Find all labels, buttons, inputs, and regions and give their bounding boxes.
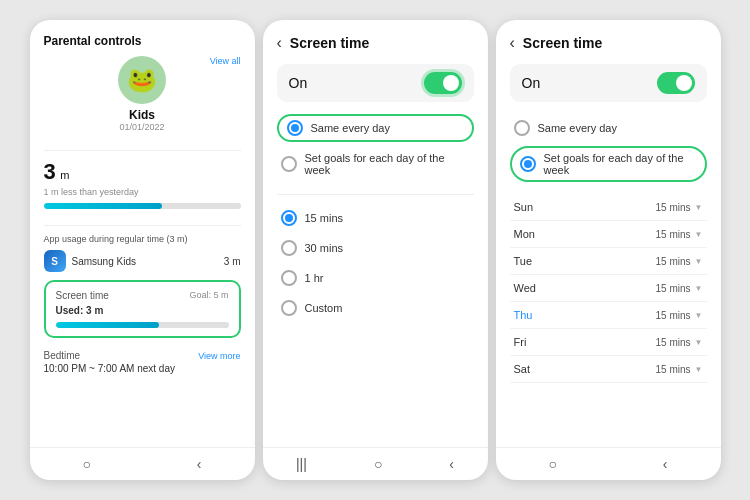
p3-toggle-knob: [676, 75, 692, 91]
progress-bar-fill: [44, 203, 162, 209]
day-thu-time: 15 mins ▼: [656, 310, 703, 321]
time-section: 3 m 1 m less than yesterday: [44, 159, 241, 209]
p2-divider: [277, 194, 474, 195]
time-unit: m: [60, 169, 69, 181]
same-every-day-label: Same every day: [311, 122, 390, 134]
p2-screen-time-title: Screen time: [290, 35, 369, 51]
same-radio-btn: [287, 120, 303, 136]
p3-nav-home[interactable]: ○: [548, 456, 556, 472]
screen-time-box: Screen time Goal: 5 m Used: 3 m: [44, 280, 241, 338]
chevron-down-icon: ▼: [695, 203, 703, 212]
set-goals-option[interactable]: Set goals for each day of the week: [277, 146, 474, 182]
day-row-tue[interactable]: Tue 15 mins ▼: [510, 248, 707, 275]
chevron-down-icon: ▼: [695, 257, 703, 266]
avatar: 🐸: [118, 56, 166, 104]
phones-container: Parental controls View all 🐸 Kids 01/01/…: [0, 0, 750, 500]
phone-screen-time-same: ‹ Screen time On Same every day Set goal…: [263, 20, 488, 480]
15-radio-inner: [285, 214, 293, 222]
parental-controls-title: Parental controls: [44, 34, 241, 48]
30-mins-label: 30 mins: [305, 242, 344, 254]
day-fri: Fri: [514, 336, 544, 348]
phone3-navbar: ○ ‹: [496, 447, 721, 480]
chevron-down-icon: ▼: [695, 365, 703, 374]
p3-back-arrow-icon[interactable]: ‹: [510, 34, 515, 52]
day-tue-time: 15 mins ▼: [656, 256, 703, 267]
15-mins-option[interactable]: 15 mins: [277, 203, 474, 233]
p3-toggle-switch[interactable]: [657, 72, 695, 94]
view-all-link[interactable]: View all: [210, 56, 241, 66]
day-mon-time: 15 mins ▼: [656, 229, 703, 240]
p2-nav-back[interactable]: ‹: [449, 456, 454, 472]
nav-circle-icon[interactable]: ○: [82, 456, 90, 472]
days-list: Sun 15 mins ▼ Mon 15 mins ▼ Tue: [510, 194, 707, 383]
progress-bar-bg: [44, 203, 241, 209]
phone-screen-time-goals: ‹ Screen time On Same every day: [496, 20, 721, 480]
day-wed: Wed: [514, 282, 544, 294]
set-goals-label: Set goals for each day of the week: [305, 152, 470, 176]
15-radio-btn: [281, 210, 297, 226]
day-sat: Sat: [514, 363, 544, 375]
goal-label: Goal: 5 m: [189, 290, 228, 301]
screen-time-row1: Screen time Goal: 5 m: [56, 290, 229, 301]
app-row: S Samsung Kids 3 m: [44, 250, 241, 272]
p3-same-every-day-option[interactable]: Same every day: [510, 114, 707, 142]
day-row-sat[interactable]: Sat 15 mins ▼: [510, 356, 707, 383]
nav-back-icon[interactable]: ‹: [197, 456, 202, 472]
p3-same-every-day-label: Same every day: [538, 122, 617, 134]
day-tue: Tue: [514, 255, 544, 267]
on-label: On: [289, 75, 308, 91]
back-arrow-icon[interactable]: ‹: [277, 34, 282, 52]
p3-header: ‹ Screen time: [510, 34, 707, 52]
view-more-link[interactable]: View more: [198, 351, 240, 361]
day-sun: Sun: [514, 201, 544, 213]
1hr-radio-btn: [281, 270, 297, 286]
custom-option[interactable]: Custom: [277, 293, 474, 323]
time-value: 3: [44, 159, 56, 184]
time-sub: 1 m less than yesterday: [44, 187, 241, 197]
same-every-day-option[interactable]: Same every day: [277, 114, 474, 142]
screen-time-label: Screen time: [56, 290, 109, 301]
day-row-mon[interactable]: Mon 15 mins ▼: [510, 221, 707, 248]
p3-on-toggle-row: On: [510, 64, 707, 102]
phone-parental-controls: Parental controls View all 🐸 Kids 01/01/…: [30, 20, 255, 480]
30-radio-btn: [281, 240, 297, 256]
same-radio-inner: [291, 124, 299, 132]
bedtime-time: 10:00 PM ~ 7:00 AM next day: [44, 363, 241, 374]
p3-set-goals-option[interactable]: Set goals for each day of the week: [510, 146, 707, 182]
day-fri-time: 15 mins ▼: [656, 337, 703, 348]
p3-options: Same every day Set goals for each day of…: [510, 114, 707, 186]
day-wed-time: 15 mins ▼: [656, 283, 703, 294]
day-sun-time: 15 mins ▼: [656, 202, 703, 213]
phone2-navbar: ||| ○ ‹: [263, 447, 488, 480]
day-sat-time: 15 mins ▼: [656, 364, 703, 375]
p3-nav-back[interactable]: ‹: [663, 456, 668, 472]
day-row-thu[interactable]: Thu 15 mins ▼: [510, 302, 707, 329]
15-mins-label: 15 mins: [305, 212, 344, 224]
custom-label: Custom: [305, 302, 343, 314]
day-row-sun[interactable]: Sun 15 mins ▼: [510, 194, 707, 221]
chevron-down-icon: ▼: [695, 230, 703, 239]
goals-radio-btn: [281, 156, 297, 172]
day-mon: Mon: [514, 228, 544, 240]
p2-nav-home[interactable]: ○: [374, 456, 382, 472]
p3-goals-radio-btn: [520, 156, 536, 172]
bedtime-row: Bedtime View more: [44, 350, 241, 361]
avatar-section: View all 🐸 Kids 01/01/2022: [44, 56, 241, 132]
30-mins-option[interactable]: 30 mins: [277, 233, 474, 263]
used-label: Used: 3 m: [56, 305, 229, 316]
on-toggle-row: On: [277, 64, 474, 102]
day-row-fri[interactable]: Fri 15 mins ▼: [510, 329, 707, 356]
day-thu: Thu: [514, 309, 544, 321]
bedtime-section: Bedtime View more 10:00 PM ~ 7:00 AM nex…: [44, 350, 241, 374]
1hr-label: 1 hr: [305, 272, 324, 284]
samsung-kids-icon: S: [44, 250, 66, 272]
day-row-wed[interactable]: Wed 15 mins ▼: [510, 275, 707, 302]
toggle-switch[interactable]: [424, 72, 462, 94]
p3-same-radio-btn: [514, 120, 530, 136]
p2-nav-recent[interactable]: |||: [296, 456, 307, 472]
app-time: 3 m: [224, 256, 241, 267]
p3-on-label: On: [522, 75, 541, 91]
p3-goals-radio-inner: [524, 160, 532, 168]
divider2: [44, 225, 241, 226]
1hr-option[interactable]: 1 hr: [277, 263, 474, 293]
